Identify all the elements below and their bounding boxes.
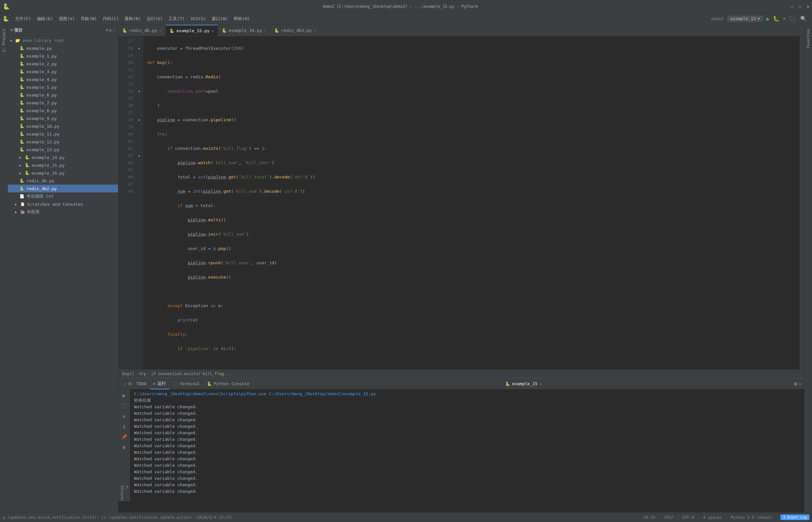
tab-python-console[interactable]: 🐍 Python Console — [204, 378, 253, 389]
menu-item-tools[interactable]: 工具(T) — [166, 15, 187, 23]
tab-todo[interactable]: ✓ 6: TODO — [121, 378, 150, 389]
run-subtab-close[interactable]: ✕ — [539, 382, 542, 386]
tree-item-example8[interactable]: 🐍 example_8.py — [8, 107, 118, 115]
menu-item-nav[interactable]: 导航(N) — [78, 15, 99, 23]
tree-item-example1[interactable]: 🐍 example_1.py — [8, 52, 118, 60]
tree-item-redis-db2[interactable]: 🐍 redis_db2.py — [8, 185, 118, 193]
tree-item-example7[interactable]: 🐍 example_7.py — [8, 99, 118, 107]
tree-item-venv[interactable]: ▶ 📁 venv library root — [8, 36, 118, 44]
right-scrollbar[interactable] — [800, 36, 804, 369]
breadcrumb-part-try[interactable]: try — [139, 372, 146, 376]
tree-item-label: example_8.py — [26, 108, 57, 113]
status-separator: | — [725, 515, 728, 520]
sidebar-expand-icon: ▼ — [11, 28, 13, 33]
tree-item-redis-db[interactable]: 🐍 redis_db.py — [8, 177, 118, 185]
menu-item-refactor[interactable]: 重构(R) — [122, 15, 143, 23]
tab-label: Python Console — [214, 381, 250, 386]
tab-run[interactable]: ▶ 运行 — [150, 378, 170, 389]
menu-item-file[interactable]: 文件(F) — [12, 15, 34, 23]
run-pin-button[interactable]: 📌 — [120, 432, 129, 441]
status-indent[interactable]: 4 spaces — [702, 515, 723, 520]
breadcrumb-part-if[interactable]: if connection.exists('kill_flag... — [151, 372, 231, 376]
code-line-27: executor = ThreadPoolExecutor(200) — [147, 45, 800, 52]
tree-item-scratches[interactable]: ▶ 📋 Scratches and Consoles — [8, 200, 118, 208]
tree-item-exam-txt[interactable]: 📄 考试成绩.txt — [8, 193, 118, 200]
tree-item-example15[interactable]: ▶ 🐍 example_15.py — [8, 161, 118, 169]
tree-item-example[interactable]: 🐍 example.py — [8, 44, 118, 52]
app-logo-icon: 🐍 — [3, 16, 9, 22]
status-notification[interactable]: !updates.new.build.notification.title!: … — [7, 515, 640, 520]
run-with-coverage-button[interactable]: ⚡ — [783, 16, 786, 22]
tree-item-example14[interactable]: ▶ 🐍 example_14.py — [8, 154, 118, 161]
tree-item-example4[interactable]: 🐍 example_4.py — [8, 75, 118, 83]
tree-item-example13[interactable]: 🐍 example_13.py — [8, 146, 118, 154]
search-everywhere-button[interactable]: 🔍 — [800, 16, 807, 22]
debug-button[interactable]: 🐛 — [773, 16, 779, 22]
bottom-close-icon[interactable]: — — [798, 381, 801, 387]
event-log-button[interactable]: 1 Event Log — [780, 515, 809, 520]
tree-item-example6[interactable]: 🐍 example_6.py — [8, 91, 118, 99]
status-position[interactable]: 34:33 — [642, 515, 657, 520]
close-icon[interactable]: ✕ — [159, 28, 161, 33]
favorites-panel-btn[interactable]: Favorites — [806, 26, 811, 51]
maximize-button[interactable]: ☐ — [799, 4, 801, 9]
tree-item-example3[interactable]: 🐍 example_3.py — [8, 67, 118, 75]
tree-item-example5[interactable]: 🐍 example_5.py — [8, 83, 118, 91]
status-encoding[interactable]: UTF-8 — [681, 515, 695, 520]
run-button[interactable]: ▶ — [767, 15, 770, 22]
run-settings-button[interactable]: ⚙ — [120, 443, 129, 452]
tree-item-example10[interactable]: 🐍 example_10.py — [8, 122, 118, 130]
run-play-button[interactable]: ▶ — [120, 391, 129, 400]
python-file-icon: 🐍 — [20, 69, 24, 74]
tab-redis-db2[interactable]: 🐍 redis_db2.py ✕ — [270, 25, 320, 36]
code-editor[interactable]: 27 28 29 30 31 32 33 34 35 36 37 38 39 4… — [118, 36, 804, 369]
tree-item-external-libs[interactable]: ▶ 📚 外部库 — [8, 208, 118, 216]
close-icon[interactable]: ✕ — [264, 28, 266, 33]
close-icon[interactable]: ✕ — [211, 28, 214, 33]
libs-icon: 📚 — [20, 209, 25, 214]
menu-item-help[interactable]: 帮助(H) — [231, 15, 252, 23]
tree-item-example12[interactable]: 🐍 example_12.py — [8, 138, 118, 146]
tab-terminal[interactable]: ⬛ Terminal — [170, 378, 204, 389]
menu-item-view[interactable]: 视图(V) — [56, 15, 77, 23]
run-config-selector[interactable]: example_15 ▼ — [727, 16, 763, 22]
menu-item-edit[interactable]: 编辑(E) — [34, 15, 55, 23]
project-panel-tab[interactable]: 1: Project — [1, 26, 7, 55]
tree-item-example11[interactable]: 🐍 example_11.py — [8, 130, 118, 138]
run-rerun-button[interactable]: ↻ — [120, 411, 129, 421]
tab-redis-db[interactable]: 🐍 redis_db.py ✕ — [118, 25, 166, 36]
tree-item-example16[interactable]: ▶ 🐍 example_16.py — [8, 169, 118, 177]
status-python-ver[interactable]: Python 3.8 (demo2) — [729, 515, 774, 520]
tree-item-label: example.py — [26, 46, 52, 51]
close-icon[interactable]: ✕ — [314, 28, 316, 33]
tree-item-example2[interactable]: 🐍 example_2.py — [8, 60, 118, 67]
tree-item-label: venv — [22, 38, 32, 43]
code-content[interactable]: executor = ThreadPoolExecutor(200) def b… — [143, 36, 800, 369]
minimize-button[interactable]: — — [791, 4, 793, 9]
close-button[interactable]: ✕ — [807, 4, 809, 9]
tab-example15[interactable]: 🐍 example_15.py ✕ — [166, 25, 218, 36]
menu-item-window[interactable]: 窗口(W) — [209, 15, 230, 23]
breadcrumb-part-buy[interactable]: buy() — [122, 372, 134, 376]
tree-item-label: example_14.py — [32, 155, 65, 160]
tree-item-label: example_3.py — [26, 69, 57, 74]
bottom-tab-bar: ✓ 6: TODO ▶ 运行 ⬛ Terminal 🐍 Python Conso… — [118, 378, 804, 389]
run-subtab[interactable]: 🐍 example_15 ✕ — [503, 381, 545, 386]
run-scroll-end-button[interactable]: ⤓ — [120, 422, 129, 431]
tree-item-example9[interactable]: 🐍 example_9.py — [8, 115, 118, 122]
menu-item-vcs[interactable]: VCS(S) — [188, 15, 209, 22]
menu-item-code[interactable]: 代码(C) — [100, 15, 121, 23]
run-stop-button[interactable]: ⬛ — [120, 401, 129, 410]
python-file-icon: 🐍 — [20, 85, 24, 89]
tab-example16[interactable]: 🐍 example_16.py ✕ — [218, 25, 270, 36]
run-side-structure-btn[interactable]: 7: Structure — [120, 491, 129, 500]
bottom-settings-icon[interactable]: ⚙ — [794, 381, 797, 387]
sidebar-settings-icon[interactable]: ⚙ — [109, 28, 111, 33]
console-output[interactable]: C:\Users\meng_\Desktop\demo2\venv\Script… — [130, 389, 804, 501]
code-line-35: pipline.watch('kill_num', 'kill_user') — [147, 159, 800, 166]
sidebar-collapse-icon[interactable]: — — [113, 28, 115, 33]
run-config-name: example_15 — [730, 16, 756, 21]
menu-item-run[interactable]: 运行(U) — [144, 15, 165, 23]
stop-button[interactable]: ⬛ — [789, 16, 796, 22]
status-line-sep[interactable]: CRLF — [663, 515, 675, 520]
